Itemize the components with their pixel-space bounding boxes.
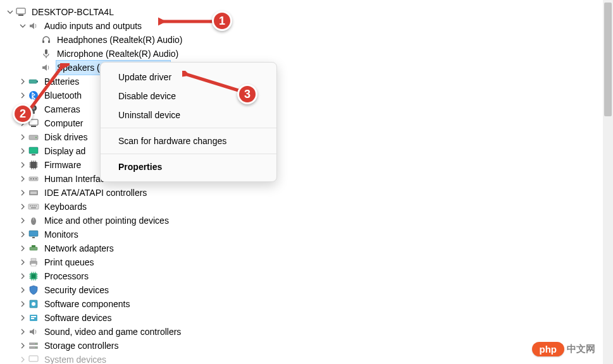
svg-rect-24 [28,204,39,209]
chevron-right-icon[interactable] [18,287,28,293]
svg-rect-35 [32,245,35,247]
svg-rect-23 [30,191,37,194]
tree-category-display[interactable]: Display ad [5,144,613,158]
chevron-down-icon[interactable] [18,23,28,29]
chevron-right-icon[interactable] [18,329,28,335]
svg-rect-1 [18,15,23,16]
tree-category-sound[interactable]: Sound, video and game controllers [5,325,613,339]
svg-rect-50 [29,356,38,361]
tree-category-bluetooth[interactable]: Bluetooth [5,88,613,102]
tree-category-system[interactable]: System devices [5,353,613,364]
tree-label: Software devices [43,311,113,325]
computer-icon [15,6,27,18]
tree-category-network[interactable]: Network adapters [5,241,613,255]
display-icon [28,145,39,157]
chevron-right-icon[interactable] [18,134,28,140]
tree-label: Network adapters [43,241,115,255]
ide-icon [28,187,39,198]
tree-label: Microphone (Realtek(R) Audio) [56,47,180,61]
tree-root[interactable]: DESKTOP-BCLTA4L [5,5,613,19]
tree-label: Monitors [43,228,80,241]
svg-rect-26 [32,205,33,207]
chevron-right-icon[interactable] [18,301,28,307]
tree-label: Storage controllers [43,339,120,353]
chevron-right-icon[interactable] [18,190,28,196]
chevron-right-icon[interactable] [18,315,28,321]
watermark-text: 中文网 [567,343,595,355]
menu-update-driver[interactable]: Update driver [101,68,276,87]
svg-rect-45 [31,318,34,319]
drive-icon [28,131,39,143]
svg-rect-38 [31,264,36,266]
tree-category-storage[interactable]: Storage controllers [5,339,613,353]
tree-item-speakers[interactable]: Speakers (Realtek(R) Audio) [5,61,613,75]
monitor-icon [28,229,39,240]
svg-rect-15 [29,147,38,154]
callout-2: 2 [13,104,33,124]
tree-category-keyboards[interactable]: Keyboards [5,200,613,214]
chevron-right-icon[interactable] [18,92,28,99]
tree-category-ide[interactable]: IDE ATA/ATAPI controllers [5,186,613,200]
chevron-right-icon[interactable] [18,259,28,265]
menu-separator [101,128,276,128]
tree-category-swdevices[interactable]: Software devices [5,311,613,325]
chevron-right-icon[interactable] [18,203,28,210]
chevron-right-icon[interactable] [18,162,28,168]
tree-category-audio[interactable]: Audio inputs and outputs [5,19,613,33]
svg-rect-3 [48,40,50,43]
tree-category-diskdrives[interactable]: Disk drives [5,130,613,144]
chevron-right-icon[interactable] [18,217,28,224]
scrollbar-thumb[interactable] [604,3,612,116]
svg-rect-6 [37,81,38,83]
svg-point-21 [35,178,37,179]
cpu-icon [28,270,39,282]
svg-rect-32 [29,231,38,236]
chevron-right-icon[interactable] [18,245,28,252]
menu-uninstall-device[interactable]: Uninstall device [101,106,276,124]
chevron-right-icon[interactable] [18,273,28,279]
svg-rect-17 [30,162,37,168]
headphones-icon [40,34,52,46]
tree-category-swcomponents[interactable]: Software components [5,297,613,311]
tree-item-microphone[interactable]: Microphone (Realtek(R) Audio) [5,47,613,61]
menu-properties[interactable]: Properties [101,157,276,176]
tree-category-monitors[interactable]: Monitors [5,228,613,241]
menu-scan-hardware[interactable]: Scan for hardware changes [101,131,276,150]
chevron-right-icon[interactable] [18,176,28,182]
tree-category-cameras[interactable]: Cameras [5,102,613,116]
svg-rect-47 [29,346,38,349]
watermark: php 中文网 [532,342,596,356]
callout-3: 3 [237,84,257,104]
tree-category-computer[interactable]: Computer [5,116,613,130]
svg-rect-29 [31,207,36,209]
tree-category-printqueues[interactable]: Print queues [5,255,613,269]
tree-item-headphones[interactable]: Headphones (Realtek(R) Audio) [5,33,613,47]
chip-icon [28,159,39,171]
battery-icon [28,76,39,87]
tree-label: Cameras [43,102,82,116]
chevron-right-icon[interactable] [18,148,28,154]
tree-label: Headphones (Realtek(R) Audio) [56,33,183,47]
tree-category-security[interactable]: Security devices [5,283,613,297]
tree-label: System devices [43,353,108,364]
svg-rect-25 [30,205,31,207]
svg-rect-2 [42,40,44,43]
svg-point-14 [35,137,37,138]
tree-category-processors[interactable]: Processors [5,269,613,283]
tree-category-mice[interactable]: Mice and other pointing devices [5,214,613,228]
tree-category-firmware[interactable]: Firmware [5,158,613,172]
chevron-right-icon[interactable] [18,78,28,85]
chevron-down-icon[interactable] [5,9,15,15]
scrollbar[interactable] [603,0,613,364]
tree-category-batteries[interactable]: Batteries [5,75,613,88]
storage-icon [28,340,39,351]
tree-category-hid[interactable]: Human Interface Devices [5,172,613,186]
shield-icon [28,284,39,296]
chevron-right-icon[interactable] [18,356,28,363]
tree-label: Bluetooth [43,88,83,102]
speaker-icon [28,20,39,32]
menu-separator [101,154,276,154]
chevron-right-icon[interactable] [18,231,28,238]
svg-point-49 [35,347,37,348]
chevron-right-icon[interactable] [18,343,28,349]
